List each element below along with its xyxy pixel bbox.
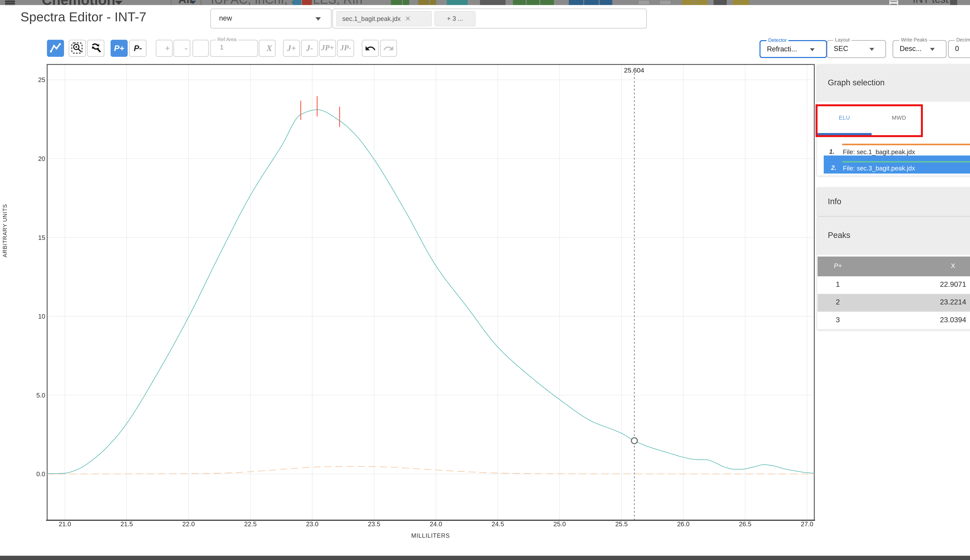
- svg-text:23.0: 23.0: [306, 520, 319, 528]
- svg-text:21.5: 21.5: [120, 520, 133, 528]
- svg-text:23.5: 23.5: [368, 520, 380, 528]
- svg-text:0.0: 0.0: [36, 471, 45, 478]
- svg-text:5.0: 5.0: [36, 392, 45, 399]
- svg-text:20: 20: [38, 155, 45, 162]
- svg-text:26.5: 26.5: [739, 520, 751, 528]
- svg-text:25.604: 25.604: [624, 67, 644, 74]
- svg-text:24.5: 24.5: [492, 520, 504, 528]
- svg-text:25.0: 25.0: [553, 520, 566, 528]
- svg-text:22.5: 22.5: [244, 520, 257, 528]
- svg-text:15: 15: [38, 234, 45, 241]
- svg-text:25: 25: [38, 77, 45, 83]
- svg-text:10: 10: [38, 313, 45, 320]
- svg-text:24.0: 24.0: [430, 520, 442, 528]
- svg-text:ARBITRARY UNITS: ARBITRARY UNITS: [2, 204, 8, 258]
- svg-text:25.5: 25.5: [615, 520, 628, 528]
- svg-text:21.0: 21.0: [58, 520, 71, 528]
- svg-text:22.0: 22.0: [182, 520, 195, 528]
- svg-text:26.0: 26.0: [677, 520, 690, 528]
- svg-text:MILLILITERS: MILLILITERS: [411, 532, 450, 539]
- svg-text:27.0: 27.0: [801, 520, 813, 528]
